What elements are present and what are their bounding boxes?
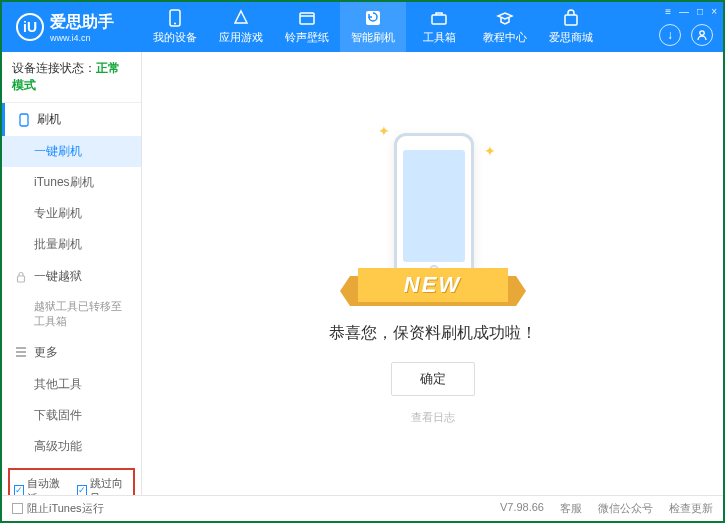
- svg-point-1: [174, 23, 176, 25]
- sidebar-item-download-firmware[interactable]: 下载固件: [2, 400, 141, 431]
- nav-tutorials[interactable]: 教程中心: [472, 2, 538, 52]
- main-content: ✦ ✦ ✦ NEW 恭喜您，保资料刷机成功啦！ 确定 查看日志: [142, 52, 723, 495]
- app-window: iU 爱思助手 www.i4.cn 我的设备 应用游戏 铃声壁纸 智能刷机: [0, 0, 725, 523]
- svg-rect-5: [565, 15, 577, 25]
- sidebar-item-other-tools[interactable]: 其他工具: [2, 369, 141, 400]
- checkbox-label: 跳过向导: [90, 476, 129, 495]
- nav-label: 教程中心: [483, 30, 527, 45]
- title-aux-icons: ↓: [659, 24, 713, 46]
- success-message: 恭喜您，保资料刷机成功啦！: [329, 323, 537, 344]
- maximize-button[interactable]: □: [697, 6, 703, 17]
- menu-icon: [14, 345, 28, 359]
- footer: 阻止iTunes运行 V7.98.66 客服 微信公众号 检查更新: [2, 495, 723, 521]
- nav-label: 应用游戏: [219, 30, 263, 45]
- body: 设备连接状态：正常模式 刷机 一键刷机 iTunes刷机 专业刷机 批量刷机 一…: [2, 52, 723, 495]
- svg-rect-4: [432, 15, 446, 24]
- view-log-link[interactable]: 查看日志: [411, 410, 455, 425]
- top-nav: 我的设备 应用游戏 铃声壁纸 智能刷机 工具箱 教程中心: [142, 2, 723, 52]
- nav-smart-flash[interactable]: 智能刷机: [340, 2, 406, 52]
- apps-icon: [232, 9, 250, 27]
- settings-button[interactable]: ≡: [665, 6, 671, 17]
- sidebar-item-oneclick-flash[interactable]: 一键刷机: [2, 136, 141, 167]
- sparkle-icon: ✦: [484, 143, 496, 159]
- archive-icon: [298, 9, 316, 27]
- section-more[interactable]: 更多: [2, 336, 141, 369]
- nav-label: 智能刷机: [351, 30, 395, 45]
- titlebar: iU 爱思助手 www.i4.cn 我的设备 应用游戏 铃声壁纸 智能刷机: [2, 2, 723, 52]
- banner-text: NEW: [358, 268, 508, 302]
- section-title: 更多: [34, 344, 58, 361]
- sidebar-item-itunes-flash[interactable]: iTunes刷机: [2, 167, 141, 198]
- nav-label: 爱思商城: [549, 30, 593, 45]
- minimize-button[interactable]: —: [679, 6, 689, 17]
- nav-toolbox[interactable]: 工具箱: [406, 2, 472, 52]
- phone-body-icon: [394, 133, 474, 283]
- nav-store[interactable]: 爱思商城: [538, 2, 604, 52]
- close-button[interactable]: ×: [711, 6, 717, 17]
- sidebar-item-batch-flash[interactable]: 批量刷机: [2, 229, 141, 260]
- phone-icon: [166, 9, 184, 27]
- checkbox-icon: [12, 503, 23, 514]
- sparkle-icon: ✦: [378, 123, 390, 139]
- checkbox-auto-activate[interactable]: ✓ 自动激活: [14, 476, 67, 495]
- toolbox-icon: [430, 9, 448, 27]
- svg-point-6: [700, 31, 704, 35]
- logo-area: iU 爱思助手 www.i4.cn: [2, 12, 142, 43]
- status-label: 设备连接状态：: [12, 61, 96, 75]
- app-name: 爱思助手: [50, 12, 114, 33]
- phone-illustration: ✦ ✦ ✦ NEW: [368, 123, 498, 303]
- checkbox-highlight-box: ✓ 自动激活 ✓ 跳过向导: [8, 468, 135, 495]
- sidebar-item-pro-flash[interactable]: 专业刷机: [2, 198, 141, 229]
- svg-rect-2: [300, 13, 314, 24]
- svg-rect-7: [20, 114, 28, 126]
- customer-service-link[interactable]: 客服: [560, 501, 582, 516]
- check-icon: ✓: [14, 485, 24, 495]
- checkbox-skip-guide[interactable]: ✓ 跳过向导: [77, 476, 130, 495]
- ok-button[interactable]: 确定: [391, 362, 475, 396]
- checkbox-label: 阻止iTunes运行: [27, 501, 104, 516]
- footer-right: V7.98.66 客服 微信公众号 检查更新: [500, 501, 713, 516]
- refresh-icon: [364, 9, 382, 27]
- check-update-link[interactable]: 检查更新: [669, 501, 713, 516]
- phone-icon: [17, 113, 31, 127]
- version-label: V7.98.66: [500, 501, 544, 516]
- app-url: www.i4.cn: [50, 33, 114, 43]
- nav-ringtones[interactable]: 铃声壁纸: [274, 2, 340, 52]
- section-flash[interactable]: 刷机: [2, 103, 141, 136]
- device-status: 设备连接状态：正常模式: [2, 52, 141, 103]
- nav-label: 工具箱: [423, 30, 456, 45]
- section-title: 一键越狱: [34, 268, 82, 285]
- sidebar-item-advanced[interactable]: 高级功能: [2, 431, 141, 462]
- sidebar: 设备连接状态：正常模式 刷机 一键刷机 iTunes刷机 专业刷机 批量刷机 一…: [2, 52, 142, 495]
- section-title: 刷机: [37, 111, 61, 128]
- user-icon[interactable]: [691, 24, 713, 46]
- jailbreak-note: 越狱工具已转移至工具箱: [2, 293, 141, 336]
- wechat-link[interactable]: 微信公众号: [598, 501, 653, 516]
- checkbox-label: 自动激活: [27, 476, 66, 495]
- nav-label: 铃声壁纸: [285, 30, 329, 45]
- svg-rect-8: [18, 276, 25, 282]
- check-icon: ✓: [77, 485, 87, 495]
- nav-label: 我的设备: [153, 30, 197, 45]
- checkbox-block-itunes[interactable]: 阻止iTunes运行: [12, 501, 104, 516]
- bag-icon: [562, 9, 580, 27]
- section-jailbreak[interactable]: 一键越狱: [2, 260, 141, 293]
- logo-icon: iU: [16, 13, 44, 41]
- graduation-icon: [496, 9, 514, 27]
- nav-apps[interactable]: 应用游戏: [208, 2, 274, 52]
- lock-icon: [14, 270, 28, 284]
- nav-my-device[interactable]: 我的设备: [142, 2, 208, 52]
- window-controls: ≡ — □ ×: [665, 6, 717, 17]
- download-icon[interactable]: ↓: [659, 24, 681, 46]
